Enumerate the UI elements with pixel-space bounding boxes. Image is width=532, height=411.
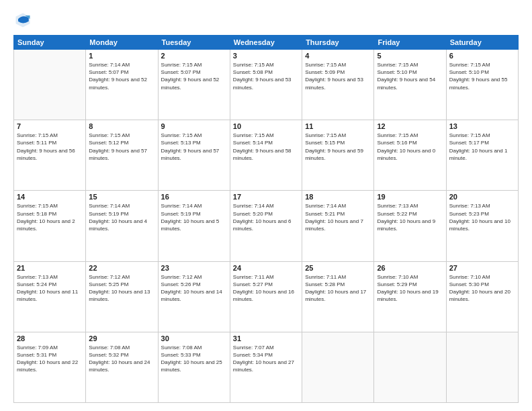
day-number: 14 [17, 193, 83, 201]
calendar-cell: 17Sunrise: 7:14 AMSunset: 5:20 PMDayligh… [230, 191, 302, 261]
day-info: Sunrise: 7:14 AMSunset: 5:19 PMDaylight:… [89, 202, 154, 232]
calendar-cell [374, 332, 446, 402]
day-number: 27 [449, 264, 515, 272]
day-number: 19 [377, 193, 443, 201]
calendar-cell: 20Sunrise: 7:13 AMSunset: 5:23 PMDayligh… [446, 191, 518, 261]
calendar-cell: 23Sunrise: 7:12 AMSunset: 5:26 PMDayligh… [158, 261, 230, 332]
day-number: 16 [161, 193, 227, 201]
calendar-cell: 24Sunrise: 7:11 AMSunset: 5:27 PMDayligh… [230, 261, 302, 332]
day-number: 3 [233, 52, 299, 60]
day-number: 25 [305, 264, 371, 272]
day-number: 26 [377, 264, 443, 272]
day-info: Sunrise: 7:15 AMSunset: 5:11 PMDaylight:… [17, 132, 83, 162]
calendar-header-wednesday: Wednesday [230, 36, 302, 50]
day-number: 12 [377, 122, 443, 130]
calendar-header-sunday: Sunday [14, 36, 86, 50]
day-number: 18 [305, 193, 371, 201]
calendar-cell: 9Sunrise: 7:15 AMSunset: 5:13 PMDaylight… [158, 120, 230, 191]
day-number: 15 [89, 193, 154, 201]
calendar-cell: 2Sunrise: 7:15 AMSunset: 5:07 PMDaylight… [158, 50, 230, 120]
calendar-cell: 4Sunrise: 7:15 AMSunset: 5:09 PMDaylight… [302, 50, 374, 120]
day-info: Sunrise: 7:10 AMSunset: 5:29 PMDaylight:… [377, 273, 443, 304]
day-number: 6 [449, 52, 515, 60]
calendar-cell: 3Sunrise: 7:15 AMSunset: 5:08 PMDaylight… [230, 50, 302, 120]
day-number: 7 [17, 122, 83, 130]
calendar-cell: 19Sunrise: 7:13 AMSunset: 5:22 PMDayligh… [374, 191, 446, 261]
calendar-cell: 14Sunrise: 7:15 AMSunset: 5:18 PMDayligh… [14, 191, 86, 261]
day-info: Sunrise: 7:09 AMSunset: 5:31 PMDaylight:… [17, 344, 83, 374]
calendar-cell: 31Sunrise: 7:07 AMSunset: 5:34 PMDayligh… [230, 332, 302, 402]
day-info: Sunrise: 7:07 AMSunset: 5:34 PMDaylight:… [233, 344, 299, 374]
day-info: Sunrise: 7:15 AMSunset: 5:13 PMDaylight:… [161, 132, 227, 162]
day-info: Sunrise: 7:14 AMSunset: 5:21 PMDaylight:… [305, 202, 371, 232]
day-info: Sunrise: 7:12 AMSunset: 5:26 PMDaylight:… [161, 273, 227, 304]
day-info: Sunrise: 7:08 AMSunset: 5:33 PMDaylight:… [161, 344, 227, 374]
calendar-cell [302, 332, 374, 402]
calendar-cell [446, 332, 518, 402]
day-number: 13 [449, 122, 515, 130]
day-number: 1 [89, 52, 154, 60]
day-info: Sunrise: 7:15 AMSunset: 5:14 PMDaylight:… [233, 132, 299, 162]
day-info: Sunrise: 7:15 AMSunset: 5:15 PMDaylight:… [305, 132, 371, 162]
calendar-cell: 26Sunrise: 7:10 AMSunset: 5:29 PMDayligh… [374, 261, 446, 332]
calendar-header-tuesday: Tuesday [158, 36, 230, 50]
week-row-4: 21Sunrise: 7:13 AMSunset: 5:24 PMDayligh… [14, 261, 519, 332]
calendar-header-saturday: Saturday [446, 36, 518, 50]
calendar-header-row: SundayMondayTuesdayWednesdayThursdayFrid… [14, 36, 519, 50]
day-number: 30 [161, 334, 227, 342]
calendar-cell: 5Sunrise: 7:15 AMSunset: 5:10 PMDaylight… [374, 50, 446, 120]
calendar-cell: 30Sunrise: 7:08 AMSunset: 5:33 PMDayligh… [158, 332, 230, 402]
day-info: Sunrise: 7:15 AMSunset: 5:16 PMDaylight:… [377, 132, 443, 162]
day-number: 31 [233, 334, 299, 342]
calendar-cell: 25Sunrise: 7:11 AMSunset: 5:28 PMDayligh… [302, 261, 374, 332]
week-row-5: 28Sunrise: 7:09 AMSunset: 5:31 PMDayligh… [14, 332, 519, 402]
day-info: Sunrise: 7:15 AMSunset: 5:12 PMDaylight:… [89, 132, 154, 162]
day-number: 24 [233, 264, 299, 272]
day-info: Sunrise: 7:14 AMSunset: 5:07 PMDaylight:… [89, 61, 154, 91]
logo [13, 11, 35, 30]
calendar-cell: 11Sunrise: 7:15 AMSunset: 5:15 PMDayligh… [302, 120, 374, 191]
day-number: 9 [161, 122, 227, 130]
day-number: 5 [377, 52, 443, 60]
day-number: 23 [161, 264, 227, 272]
day-number: 21 [17, 264, 83, 272]
calendar-cell: 21Sunrise: 7:13 AMSunset: 5:24 PMDayligh… [14, 261, 86, 332]
day-number: 2 [161, 52, 227, 60]
day-number: 29 [89, 334, 154, 342]
calendar-header-monday: Monday [86, 36, 158, 50]
calendar-header-thursday: Thursday [302, 36, 374, 50]
day-info: Sunrise: 7:15 AMSunset: 5:17 PMDaylight:… [449, 132, 515, 162]
calendar-header-friday: Friday [374, 36, 446, 50]
calendar-cell: 10Sunrise: 7:15 AMSunset: 5:14 PMDayligh… [230, 120, 302, 191]
day-number: 20 [449, 193, 515, 201]
day-info: Sunrise: 7:15 AMSunset: 5:08 PMDaylight:… [233, 61, 299, 91]
day-number: 22 [89, 264, 154, 272]
day-number: 10 [233, 122, 299, 130]
day-info: Sunrise: 7:13 AMSunset: 5:24 PMDaylight:… [17, 273, 83, 304]
calendar-cell: 6Sunrise: 7:15 AMSunset: 5:10 PMDaylight… [446, 50, 518, 120]
day-info: Sunrise: 7:15 AMSunset: 5:10 PMDaylight:… [449, 61, 515, 91]
calendar: SundayMondayTuesdayWednesdayThursdayFrid… [13, 35, 519, 403]
calendar-cell: 7Sunrise: 7:15 AMSunset: 5:11 PMDaylight… [14, 120, 86, 191]
day-info: Sunrise: 7:11 AMSunset: 5:27 PMDaylight:… [233, 273, 299, 304]
calendar-cell [14, 50, 86, 120]
day-info: Sunrise: 7:15 AMSunset: 5:10 PMDaylight:… [377, 61, 443, 91]
calendar-cell: 16Sunrise: 7:14 AMSunset: 5:19 PMDayligh… [158, 191, 230, 261]
calendar-cell: 12Sunrise: 7:15 AMSunset: 5:16 PMDayligh… [374, 120, 446, 191]
day-number: 4 [305, 52, 371, 60]
calendar-cell: 1Sunrise: 7:14 AMSunset: 5:07 PMDaylight… [86, 50, 158, 120]
day-number: 28 [17, 334, 83, 342]
header [13, 11, 519, 30]
week-row-3: 14Sunrise: 7:15 AMSunset: 5:18 PMDayligh… [14, 191, 519, 261]
day-info: Sunrise: 7:13 AMSunset: 5:23 PMDaylight:… [449, 202, 515, 232]
day-info: Sunrise: 7:08 AMSunset: 5:32 PMDaylight:… [89, 344, 154, 374]
calendar-cell: 15Sunrise: 7:14 AMSunset: 5:19 PMDayligh… [86, 191, 158, 261]
logo-icon [13, 11, 32, 30]
calendar-cell: 13Sunrise: 7:15 AMSunset: 5:17 PMDayligh… [446, 120, 518, 191]
week-row-2: 7Sunrise: 7:15 AMSunset: 5:11 PMDaylight… [14, 120, 519, 191]
page: SundayMondayTuesdayWednesdayThursdayFrid… [0, 0, 532, 411]
calendar-cell: 18Sunrise: 7:14 AMSunset: 5:21 PMDayligh… [302, 191, 374, 261]
day-info: Sunrise: 7:11 AMSunset: 5:28 PMDaylight:… [305, 273, 371, 304]
calendar-cell: 27Sunrise: 7:10 AMSunset: 5:30 PMDayligh… [446, 261, 518, 332]
calendar-cell: 28Sunrise: 7:09 AMSunset: 5:31 PMDayligh… [14, 332, 86, 402]
